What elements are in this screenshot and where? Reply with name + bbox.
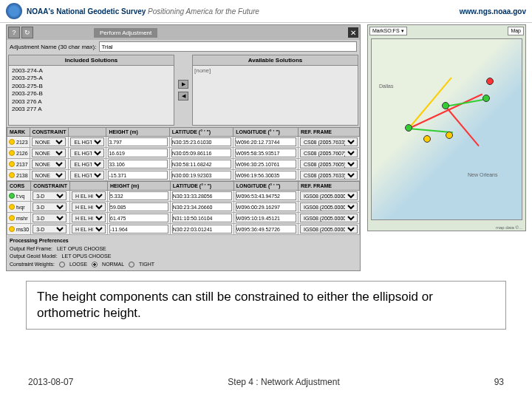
height-input[interactable] (108, 149, 167, 157)
lat-input[interactable] (171, 160, 232, 168)
constraint-select[interactable]: 3-D (33, 214, 66, 222)
output-ref-frame-value[interactable]: LET OPUS CHOOSE (57, 245, 106, 253)
table-header-row: MARKCONSTRAINTHEIGHT (m)LATITUDE (° ' ")… (7, 128, 360, 137)
processing-preferences: Processing Preferences Output Ref Frame:… (7, 235, 360, 270)
map-marker-icon[interactable] (486, 78, 494, 85)
lon-input[interactable] (235, 149, 296, 157)
ref-frame-select[interactable]: CS08 (2005.7605) (300, 160, 358, 168)
ref-frame-select[interactable]: CS08 (2005.7607) (300, 149, 358, 157)
marker-icon (9, 161, 15, 167)
list-item[interactable]: 2003-274-A (10, 67, 172, 75)
header-title: NOAA's National Geodetic Survey Position… (27, 7, 259, 16)
lat-input[interactable] (172, 191, 232, 200)
ref-frame-select[interactable]: CS08 (2005.7633) (300, 137, 358, 146)
map-layer-select[interactable]: MarkSO:FS ▾ (369, 27, 407, 35)
map-button[interactable]: Map (508, 27, 524, 35)
included-solutions-header: Included Solutions (9, 55, 174, 66)
help-button[interactable]: ? (8, 27, 20, 38)
constraint-select[interactable]: 3-D (33, 191, 66, 200)
table-row: 2123 NONE EL HGT CS08 (2005.7633) (7, 137, 360, 148)
constraint-select[interactable]: NONE (32, 171, 66, 180)
included-solutions-list[interactable]: 2003-274-A 2003-275-A 2003-275-B 2003-27… (9, 66, 174, 115)
ref-frame-select[interactable]: CS08 (2005.7633) (300, 171, 358, 180)
lon-input[interactable] (235, 160, 296, 168)
header-bar: NOAA's National Geodetic Survey Position… (0, 0, 532, 23)
map-marker-icon[interactable] (442, 102, 449, 109)
constraint-select[interactable]: NONE (32, 160, 66, 168)
city-label: New Orleans (468, 172, 497, 177)
ref-frame-select[interactable]: IGS08 (2005.0000) (300, 191, 358, 200)
lon-input[interactable] (236, 191, 296, 200)
map-marker-icon[interactable] (482, 95, 490, 102)
move-right-button[interactable]: ▶ (178, 80, 188, 89)
adjustment-name-input[interactable] (99, 41, 357, 52)
header-url: www.ngs.noaa.gov (460, 7, 526, 16)
close-button[interactable]: ✕ (348, 27, 358, 38)
lon-input[interactable] (236, 225, 296, 233)
ref-frame-select[interactable]: IGS08 (2005.0000) (300, 202, 358, 211)
lat-input[interactable] (171, 171, 232, 180)
lat-input[interactable] (172, 214, 232, 222)
table-row: tvqr 3-D H EL HGT IGS08 (2005.0000) (7, 202, 360, 213)
lon-input[interactable] (236, 214, 296, 222)
output-ref-frame-label: Output Ref Frame: (10, 245, 52, 253)
marker-icon (9, 150, 15, 156)
constraint-select[interactable]: NONE (32, 137, 66, 146)
height-input[interactable] (108, 137, 167, 146)
list-item[interactable]: 2003-275-B (10, 83, 172, 90)
marker-icon (9, 193, 15, 199)
height-input[interactable] (109, 214, 168, 222)
table-row: 2137 NONE EL HGT CS08 (2005.7605) (7, 159, 360, 170)
radio-normal[interactable] (92, 262, 98, 267)
ref-frame-select[interactable]: IGS08 (2005.0000) (300, 225, 358, 233)
height-type-select[interactable]: H EL HGT (72, 214, 106, 222)
height-type-select[interactable]: EL HGT (70, 171, 104, 180)
footer-step: Step 4 : Network Adjustment (228, 377, 339, 387)
lat-input[interactable] (172, 225, 232, 233)
constraint-select[interactable]: NONE (32, 149, 66, 157)
height-type-select[interactable]: EL HGT (70, 149, 104, 157)
height-type-select[interactable]: H EL HGT (72, 191, 106, 200)
list-item[interactable]: 2003 276 A (10, 98, 172, 106)
lat-input[interactable] (171, 149, 232, 157)
constraint-select[interactable]: 3-D (33, 225, 66, 233)
available-none-text: [none] (193, 66, 358, 75)
refresh-button[interactable]: ↻ (21, 27, 33, 38)
lon-input[interactable] (236, 202, 296, 211)
constraint-select[interactable]: 3-D (33, 202, 66, 211)
map-marker-icon[interactable] (405, 124, 412, 132)
height-type-select[interactable]: EL HGT (70, 160, 104, 168)
constraint-weights-label: Constraint Weights: (10, 261, 55, 269)
cors-table: CORSCONSTRAINTHEIGHT (m)LATITUDE (° ' ")… (7, 181, 360, 235)
height-input[interactable] (109, 191, 168, 200)
ref-frame-select[interactable]: IGS08 (2005.0000) (300, 214, 358, 222)
move-left-button[interactable]: ◀ (178, 92, 188, 100)
height-input[interactable] (108, 160, 167, 168)
map-marker-icon[interactable] (423, 135, 431, 143)
map-marker-icon[interactable] (446, 132, 453, 139)
slide-caption: The height components can still be const… (26, 281, 506, 330)
noaa-logo-icon (6, 3, 22, 19)
lon-input[interactable] (235, 171, 296, 180)
app-toolbar: ? ↻ Perform Adjustment ✕ (7, 25, 360, 40)
list-item[interactable]: 2003 277 A (10, 106, 172, 113)
lat-input[interactable] (171, 137, 232, 146)
height-input[interactable] (108, 171, 167, 180)
slide-footer: 2013-08-07 Step 4 : Network Adjustment 9… (0, 377, 532, 387)
adjustment-panel: ? ↻ Perform Adjustment ✕ Adjustment Name… (6, 24, 361, 271)
radio-tight[interactable] (129, 262, 134, 267)
height-input[interactable] (109, 202, 168, 211)
perform-adjustment-button[interactable]: Perform Adjustment (94, 28, 157, 38)
height-input[interactable] (109, 225, 168, 233)
lon-input[interactable] (235, 137, 296, 146)
height-type-select[interactable]: H EL HGT (72, 225, 106, 233)
list-item[interactable]: 2003-275-A (10, 75, 172, 82)
output-geoid-value[interactable]: LET OPUS CHOOSE (62, 253, 112, 261)
map-canvas[interactable]: New Orleans Dallas (371, 38, 522, 220)
radio-loose[interactable] (59, 262, 65, 267)
lat-input[interactable] (172, 202, 232, 211)
adjustment-name-label: Adjustment Name (30 char max): (10, 44, 96, 50)
height-type-select[interactable]: EL HGT (70, 137, 104, 146)
list-item[interactable]: 2003-276-B (10, 90, 172, 98)
height-type-select[interactable]: H EL HGT (72, 202, 106, 211)
